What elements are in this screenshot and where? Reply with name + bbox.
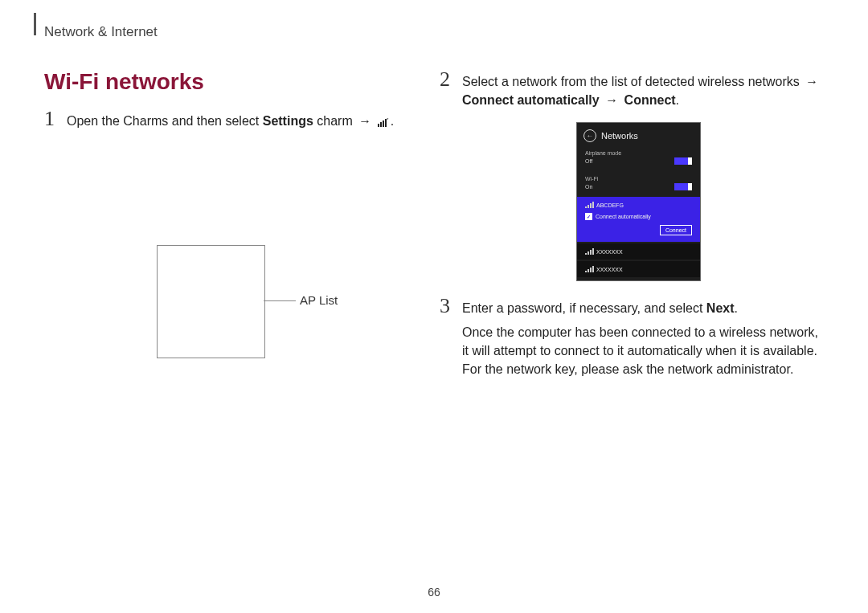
back-icon[interactable]: ←: [583, 129, 596, 142]
text: .: [391, 114, 394, 128]
step-2: 2 Select a network from the list of dete…: [440, 69, 825, 109]
airplane-mode-label: Airplane mode: [585, 150, 692, 156]
next-label: Next: [706, 301, 735, 315]
connect-auto-checkbox[interactable]: ✓: [585, 213, 592, 220]
airplane-mode-state: Off: [585, 158, 592, 164]
step-number: 1: [44, 108, 67, 132]
wireless-icon: *: [378, 113, 391, 132]
network-item[interactable]: XXXXXXX: [577, 243, 700, 260]
ap-list-box: [157, 245, 265, 358]
signal-icon: [585, 202, 593, 208]
airplane-mode-toggle[interactable]: [674, 157, 692, 165]
wifi-label: Wi-Fi: [585, 176, 692, 182]
svg-text:*: *: [387, 117, 389, 122]
step-1-text: Open the Charms and then select Settings…: [67, 108, 414, 132]
network-name: XXXXXXX: [596, 267, 623, 272]
arrow-icon: →: [803, 75, 821, 88]
text: Select a network from the list of detect…: [462, 75, 803, 88]
step-3-paragraph: Once the computer has been connected to …: [462, 323, 825, 379]
signal-icon: [585, 248, 593, 255]
text: .: [676, 93, 679, 107]
arrow-icon: →: [356, 114, 374, 128]
connect-auto-checkbox-label: Connect automatically: [596, 214, 651, 219]
ap-list-diagram: AP List: [157, 245, 265, 358]
wifi-state: On: [585, 184, 592, 190]
wifi-toggle[interactable]: [674, 183, 692, 190]
networks-panel-title: Networks: [601, 131, 638, 141]
network-name: XXXXXXX: [596, 249, 623, 255]
settings-charm-label: Settings: [263, 114, 313, 128]
text: Enter a password, if necessary, and sele…: [462, 301, 706, 315]
ap-list-label: AP List: [300, 293, 338, 307]
connect-button[interactable]: Connect: [660, 225, 692, 235]
text: charm: [313, 114, 356, 128]
leader-line: [264, 300, 296, 301]
text: .: [735, 301, 738, 315]
section-title: Wi-Fi networks: [44, 69, 204, 95]
step-number: 2: [440, 69, 462, 109]
step-2-text: Select a network from the list of detect…: [462, 69, 825, 109]
page-number: 66: [0, 586, 868, 599]
svg-rect-1: [380, 122, 382, 127]
tab-marker: [34, 13, 36, 35]
signal-icon: [585, 266, 593, 272]
step-3-text: Enter a password, if necessary, and sele…: [462, 296, 825, 378]
step-1: 1 Open the Charms and then select Settin…: [44, 108, 414, 132]
network-name: ABCDEFG: [596, 202, 624, 208]
network-item[interactable]: XXXXXXX: [577, 261, 700, 277]
connect-auto-label: Connect automatically: [462, 93, 603, 107]
svg-rect-2: [383, 121, 384, 127]
step-number: 3: [440, 296, 462, 378]
svg-rect-0: [378, 124, 379, 127]
arrow-icon: →: [603, 93, 620, 107]
selected-network[interactable]: ABCDEFG ✓ Connect automatically Connect: [577, 197, 700, 242]
step-3: 3 Enter a password, if necessary, and se…: [440, 296, 825, 378]
connect-label: Connect: [620, 93, 675, 107]
breadcrumb: Network & Internet: [44, 24, 158, 40]
text: Open the Charms and then select: [67, 114, 263, 128]
networks-panel: ← Networks Airplane mode Off Wi-Fi On: [576, 122, 701, 281]
